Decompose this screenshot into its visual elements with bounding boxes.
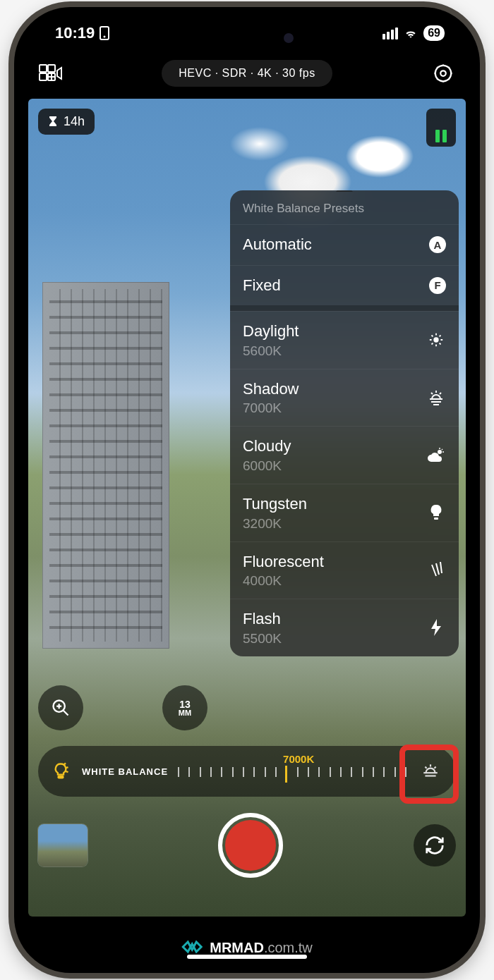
svg-rect-37 bbox=[59, 776, 64, 778]
watermark-domain: .com.tw bbox=[264, 940, 313, 955]
svg-point-25 bbox=[438, 450, 442, 454]
wb-item-temp: 5500K bbox=[243, 631, 282, 647]
svg-line-24 bbox=[440, 393, 441, 394]
record-button[interactable] bbox=[218, 813, 283, 878]
wb-slider[interactable]: 7000K bbox=[178, 757, 406, 785]
wb-item-temp: 5600K bbox=[243, 343, 299, 359]
wb-item-label: Fluorescent bbox=[243, 552, 324, 572]
cellular-icon bbox=[382, 27, 398, 39]
wb-control-bar: WHITE BALANCE 7000K bbox=[38, 746, 456, 797]
flash-icon bbox=[426, 618, 446, 637]
hourglass-icon bbox=[48, 116, 58, 128]
orientation-lock-icon bbox=[99, 26, 110, 40]
wb-item-temp: 7000K bbox=[243, 400, 299, 416]
wb-item-label: Automatic bbox=[243, 235, 312, 255]
auto-badge-icon: A bbox=[429, 236, 446, 253]
svg-line-32 bbox=[440, 562, 442, 573]
svg-rect-3 bbox=[48, 65, 55, 72]
watermark-brand: MRMAD bbox=[210, 940, 264, 955]
wb-item-flash[interactable]: Flash 5500K bbox=[230, 599, 459, 656]
cloud-sun-icon bbox=[426, 446, 446, 465]
wb-item-temp: 6000K bbox=[243, 458, 291, 474]
wb-item-label: Flash bbox=[243, 609, 282, 630]
wb-preset-button[interactable] bbox=[416, 757, 445, 785]
audio-level-badge[interactable] bbox=[426, 109, 456, 147]
focal-mm: 13 bbox=[179, 699, 191, 709]
svg-line-17 bbox=[431, 343, 433, 345]
sunset-icon bbox=[421, 762, 440, 780]
wifi-icon bbox=[404, 26, 418, 40]
wb-mode-icon[interactable] bbox=[49, 760, 72, 783]
svg-point-8 bbox=[435, 66, 452, 82]
wb-item-shadow[interactable]: Shadow 7000K bbox=[230, 369, 459, 427]
wb-item-label: Shadow bbox=[243, 379, 299, 400]
format-pill[interactable]: HEVC · SDR · 4K · 30 fps bbox=[162, 60, 332, 87]
wb-presets-popup: White Balance Presets Automatic A Fixed … bbox=[230, 190, 459, 656]
svg-rect-2 bbox=[40, 65, 47, 72]
sunset-icon bbox=[426, 388, 446, 408]
wb-item-label: Daylight bbox=[243, 321, 299, 342]
top-toolbar: HEVC · SDR · 4K · 30 fps bbox=[21, 52, 473, 94]
svg-line-38 bbox=[64, 763, 66, 764]
wb-item-temp: 3200K bbox=[243, 516, 307, 532]
svg-line-18 bbox=[440, 336, 441, 337]
wb-item-tungsten[interactable]: Tungsten 3200K bbox=[230, 484, 459, 541]
fluorescent-icon bbox=[426, 561, 446, 580]
wb-item-label: Fixed bbox=[243, 276, 281, 296]
sun-icon bbox=[426, 330, 446, 350]
bottom-controls bbox=[38, 807, 456, 884]
svg-point-9 bbox=[440, 71, 446, 76]
wb-item-cloudy[interactable]: Cloudy 6000K bbox=[230, 426, 459, 484]
fixed-badge-icon: F bbox=[429, 277, 446, 294]
svg-line-31 bbox=[436, 563, 439, 575]
svg-rect-4 bbox=[40, 73, 47, 80]
svg-rect-29 bbox=[434, 517, 438, 520]
wb-cursor bbox=[285, 766, 287, 783]
magnify-plus-icon bbox=[51, 698, 71, 718]
camera-switch-button[interactable] bbox=[414, 824, 456, 866]
record-indicator bbox=[225, 820, 276, 871]
svg-line-15 bbox=[431, 336, 433, 337]
home-indicator[interactable] bbox=[187, 955, 307, 959]
wb-item-label: Tungsten bbox=[243, 494, 307, 515]
wb-item-label: Cloudy bbox=[243, 436, 291, 457]
svg-line-34 bbox=[64, 711, 68, 716]
wb-value: 7000K bbox=[283, 753, 314, 765]
wb-item-daylight[interactable]: Daylight 5600K bbox=[230, 311, 459, 369]
bulb-icon bbox=[426, 503, 446, 522]
viewfinder[interactable]: 14h White Balance Presets Automatic A Fi… bbox=[28, 99, 466, 917]
wb-item-automatic[interactable]: Automatic A bbox=[230, 224, 459, 265]
storage-time: 14h bbox=[64, 114, 85, 129]
svg-line-30 bbox=[432, 565, 436, 576]
wb-popup-title: White Balance Presets bbox=[230, 190, 459, 224]
focal-length-button[interactable]: 13 MM bbox=[162, 685, 207, 730]
svg-point-1 bbox=[104, 36, 106, 38]
settings-gear-icon[interactable] bbox=[430, 61, 456, 86]
wb-label: WHITE BALANCE bbox=[82, 766, 168, 777]
battery-icon: 69 bbox=[423, 25, 445, 41]
svg-line-40 bbox=[66, 771, 68, 772]
wb-item-temp: 4000K bbox=[243, 573, 324, 589]
gallery-thumbnail[interactable] bbox=[38, 824, 88, 866]
svg-line-44 bbox=[425, 767, 426, 768]
svg-line-16 bbox=[440, 343, 441, 345]
svg-line-39 bbox=[66, 767, 68, 768]
wb-item-fixed[interactable]: Fixed F bbox=[230, 265, 459, 306]
storage-badge[interactable]: 14h bbox=[38, 109, 95, 135]
switch-camera-icon bbox=[424, 835, 445, 856]
popup-caret bbox=[336, 190, 353, 192]
popup-divider bbox=[230, 305, 459, 311]
focal-unit: MM bbox=[179, 709, 191, 717]
svg-line-28 bbox=[442, 449, 442, 450]
svg-line-45 bbox=[434, 767, 435, 768]
zoom-button[interactable] bbox=[38, 685, 83, 730]
svg-line-23 bbox=[431, 393, 433, 394]
wb-item-fluorescent[interactable]: Fluorescent 4000K bbox=[230, 541, 459, 599]
status-time: 10:19 bbox=[55, 24, 95, 42]
building-facade bbox=[42, 282, 169, 649]
multicam-icon[interactable] bbox=[38, 61, 64, 86]
wb-ticks bbox=[178, 767, 406, 781]
dynamic-island bbox=[191, 24, 303, 52]
svg-point-10 bbox=[433, 338, 438, 343]
